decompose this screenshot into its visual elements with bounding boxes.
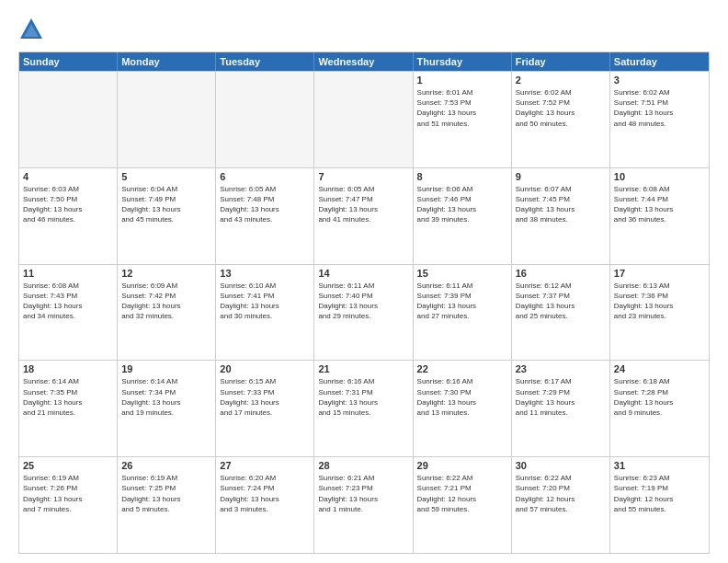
calendar-cell: 29Sunrise: 6:22 AM Sunset: 7:21 PM Dayli… — [414, 457, 512, 553]
cell-info-text: Sunrise: 6:02 AM Sunset: 7:51 PM Dayligh… — [614, 87, 705, 129]
logo — [18, 17, 48, 42]
cell-info-text: Sunrise: 6:22 AM Sunset: 7:20 PM Dayligh… — [516, 473, 606, 514]
calendar-cell: 7Sunrise: 6:05 AM Sunset: 7:47 PM Daylig… — [314, 168, 413, 264]
day-number: 17 — [614, 268, 705, 279]
cell-info-text: Sunrise: 6:09 AM Sunset: 7:42 PM Dayligh… — [121, 281, 211, 322]
cell-info-text: Sunrise: 6:04 AM Sunset: 7:49 PM Dayligh… — [121, 184, 211, 225]
calendar-row-5: 25Sunrise: 6:19 AM Sunset: 7:26 PM Dayli… — [19, 456, 709, 553]
cell-info-text: Sunrise: 6:19 AM Sunset: 7:26 PM Dayligh… — [23, 473, 113, 514]
cell-info-text: Sunrise: 6:01 AM Sunset: 7:53 PM Dayligh… — [417, 87, 507, 129]
calendar-row-1: 1Sunrise: 6:01 AM Sunset: 7:53 PM Daylig… — [19, 71, 709, 167]
calendar-cell: 12Sunrise: 6:09 AM Sunset: 7:42 PM Dayli… — [118, 265, 216, 361]
day-number: 7 — [318, 171, 408, 182]
cell-info-text: Sunrise: 6:14 AM Sunset: 7:35 PM Dayligh… — [23, 376, 113, 418]
day-number: 2 — [516, 75, 606, 86]
calendar-cell: 23Sunrise: 6:17 AM Sunset: 7:29 PM Dayli… — [512, 361, 610, 456]
day-number: 15 — [417, 268, 507, 279]
calendar-cell: 13Sunrise: 6:10 AM Sunset: 7:41 PM Dayli… — [216, 265, 314, 361]
day-number: 9 — [516, 171, 606, 182]
day-number: 21 — [318, 363, 408, 374]
cell-info-text: Sunrise: 6:13 AM Sunset: 7:36 PM Dayligh… — [614, 281, 705, 322]
day-number: 6 — [220, 171, 310, 182]
header-day-thursday: Thursday — [414, 52, 512, 71]
calendar-cell: 17Sunrise: 6:13 AM Sunset: 7:36 PM Dayli… — [610, 265, 709, 361]
cell-info-text: Sunrise: 6:07 AM Sunset: 7:45 PM Dayligh… — [516, 184, 606, 225]
header-day-wednesday: Wednesday — [314, 52, 413, 71]
calendar-cell: 3Sunrise: 6:02 AM Sunset: 7:51 PM Daylig… — [610, 72, 709, 167]
calendar-cell: 1Sunrise: 6:01 AM Sunset: 7:53 PM Daylig… — [414, 72, 512, 167]
calendar-cell — [314, 72, 413, 167]
day-number: 31 — [614, 460, 705, 471]
cell-info-text: Sunrise: 6:11 AM Sunset: 7:39 PM Dayligh… — [417, 281, 507, 322]
cell-info-text: Sunrise: 6:02 AM Sunset: 7:52 PM Dayligh… — [516, 87, 606, 129]
day-number: 11 — [23, 268, 113, 279]
calendar-cell: 16Sunrise: 6:12 AM Sunset: 7:37 PM Dayli… — [512, 265, 610, 361]
calendar-cell — [19, 72, 118, 167]
day-number: 23 — [516, 363, 606, 374]
cell-info-text: Sunrise: 6:14 AM Sunset: 7:34 PM Dayligh… — [121, 376, 211, 418]
day-number: 1 — [417, 75, 507, 86]
header — [18, 17, 710, 42]
day-number: 10 — [614, 171, 705, 182]
header-day-tuesday: Tuesday — [216, 52, 314, 71]
calendar-cell: 11Sunrise: 6:08 AM Sunset: 7:43 PM Dayli… — [19, 265, 118, 361]
day-number: 29 — [417, 460, 507, 471]
cell-info-text: Sunrise: 6:08 AM Sunset: 7:43 PM Dayligh… — [23, 281, 113, 322]
calendar-cell: 25Sunrise: 6:19 AM Sunset: 7:26 PM Dayli… — [19, 457, 118, 553]
cell-info-text: Sunrise: 6:15 AM Sunset: 7:33 PM Dayligh… — [220, 376, 310, 418]
day-number: 13 — [220, 268, 310, 279]
calendar-header: SundayMondayTuesdayWednesdayThursdayFrid… — [19, 52, 709, 71]
header-day-monday: Monday — [118, 52, 216, 71]
day-number: 27 — [220, 460, 310, 471]
cell-info-text: Sunrise: 6:16 AM Sunset: 7:30 PM Dayligh… — [417, 376, 507, 418]
calendar-row-3: 11Sunrise: 6:08 AM Sunset: 7:43 PM Dayli… — [19, 264, 709, 361]
day-number: 19 — [121, 363, 211, 374]
header-day-friday: Friday — [512, 52, 610, 71]
calendar-cell: 21Sunrise: 6:16 AM Sunset: 7:31 PM Dayli… — [314, 361, 413, 456]
calendar: SundayMondayTuesdayWednesdayThursdayFrid… — [18, 52, 710, 554]
calendar-cell: 14Sunrise: 6:11 AM Sunset: 7:40 PM Dayli… — [314, 265, 413, 361]
cell-info-text: Sunrise: 6:23 AM Sunset: 7:19 PM Dayligh… — [614, 473, 705, 514]
calendar-cell: 8Sunrise: 6:06 AM Sunset: 7:46 PM Daylig… — [414, 168, 512, 264]
header-day-sunday: Sunday — [19, 52, 118, 71]
cell-info-text: Sunrise: 6:21 AM Sunset: 7:23 PM Dayligh… — [318, 473, 408, 514]
cell-info-text: Sunrise: 6:03 AM Sunset: 7:50 PM Dayligh… — [23, 184, 113, 225]
cell-info-text: Sunrise: 6:17 AM Sunset: 7:29 PM Dayligh… — [516, 376, 606, 418]
cell-info-text: Sunrise: 6:11 AM Sunset: 7:40 PM Dayligh… — [318, 281, 408, 322]
cell-info-text: Sunrise: 6:08 AM Sunset: 7:44 PM Dayligh… — [614, 184, 705, 225]
calendar-cell: 10Sunrise: 6:08 AM Sunset: 7:44 PM Dayli… — [610, 168, 709, 264]
calendar-cell: 22Sunrise: 6:16 AM Sunset: 7:30 PM Dayli… — [414, 361, 512, 456]
cell-info-text: Sunrise: 6:05 AM Sunset: 7:48 PM Dayligh… — [220, 184, 310, 225]
calendar-cell: 5Sunrise: 6:04 AM Sunset: 7:49 PM Daylig… — [118, 168, 216, 264]
calendar-row-2: 4Sunrise: 6:03 AM Sunset: 7:50 PM Daylig… — [19, 167, 709, 264]
calendar-cell: 15Sunrise: 6:11 AM Sunset: 7:39 PM Dayli… — [414, 265, 512, 361]
calendar-cell: 6Sunrise: 6:05 AM Sunset: 7:48 PM Daylig… — [216, 168, 314, 264]
page: SundayMondayTuesdayWednesdayThursdayFrid… — [0, 0, 728, 563]
day-number: 25 — [23, 460, 113, 471]
calendar-row-4: 18Sunrise: 6:14 AM Sunset: 7:35 PM Dayli… — [19, 360, 709, 456]
header-day-saturday: Saturday — [610, 52, 709, 71]
cell-info-text: Sunrise: 6:19 AM Sunset: 7:25 PM Dayligh… — [121, 473, 211, 514]
day-number: 14 — [318, 268, 408, 279]
calendar-cell: 31Sunrise: 6:23 AM Sunset: 7:19 PM Dayli… — [610, 457, 709, 553]
calendar-cell — [118, 72, 216, 167]
day-number: 12 — [121, 268, 211, 279]
calendar-cell: 2Sunrise: 6:02 AM Sunset: 7:52 PM Daylig… — [512, 72, 610, 167]
calendar-cell: 20Sunrise: 6:15 AM Sunset: 7:33 PM Dayli… — [216, 361, 314, 456]
calendar-cell: 30Sunrise: 6:22 AM Sunset: 7:20 PM Dayli… — [512, 457, 610, 553]
cell-info-text: Sunrise: 6:12 AM Sunset: 7:37 PM Dayligh… — [516, 281, 606, 322]
calendar-cell: 28Sunrise: 6:21 AM Sunset: 7:23 PM Dayli… — [314, 457, 413, 553]
cell-info-text: Sunrise: 6:10 AM Sunset: 7:41 PM Dayligh… — [220, 281, 310, 322]
day-number: 5 — [121, 171, 211, 182]
day-number: 16 — [516, 268, 606, 279]
day-number: 4 — [23, 171, 113, 182]
day-number: 18 — [23, 363, 113, 374]
calendar-cell: 4Sunrise: 6:03 AM Sunset: 7:50 PM Daylig… — [19, 168, 118, 264]
logo-icon — [18, 17, 44, 42]
calendar-cell: 9Sunrise: 6:07 AM Sunset: 7:45 PM Daylig… — [512, 168, 610, 264]
cell-info-text: Sunrise: 6:18 AM Sunset: 7:28 PM Dayligh… — [614, 376, 705, 418]
cell-info-text: Sunrise: 6:05 AM Sunset: 7:47 PM Dayligh… — [318, 184, 408, 225]
calendar-cell: 18Sunrise: 6:14 AM Sunset: 7:35 PM Dayli… — [19, 361, 118, 456]
day-number: 8 — [417, 171, 507, 182]
day-number: 26 — [121, 460, 211, 471]
